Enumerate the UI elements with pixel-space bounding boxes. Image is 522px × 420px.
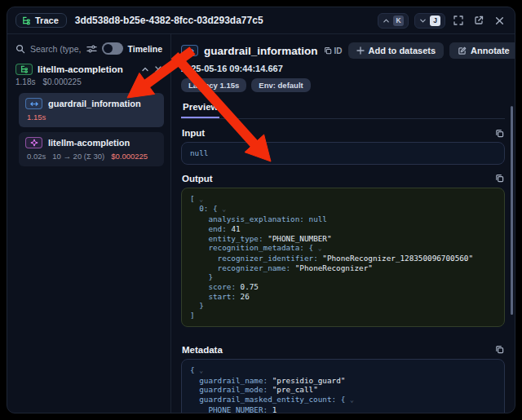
close-icon: [495, 16, 504, 25]
close-button[interactable]: [492, 13, 507, 28]
span-type-icon: [181, 45, 198, 56]
tree-item-name: litellm-acompletion: [48, 138, 130, 148]
metadata-json-viewer[interactable]: { ⌄guardrail_name: "presidio_guard"guard…: [181, 359, 505, 413]
root-latency: 1.18s: [15, 77, 35, 86]
input-json-viewer[interactable]: null: [181, 142, 505, 165]
trace-type-label: Trace: [35, 15, 59, 25]
generation-type-icon: [25, 137, 42, 148]
tree-root-name: litellm-acompletion: [38, 64, 136, 74]
metadata-section: Metadata { ⌄guardrail_name: "presidio_gu…: [181, 343, 505, 413]
expand-all-icon[interactable]: [154, 65, 162, 73]
input-section-label: Input: [182, 128, 205, 138]
annotate-pencil-icon: [458, 46, 467, 55]
span-type-icon: [25, 98, 42, 109]
latency-badge: Latency 1.15s: [181, 78, 246, 92]
tree-root-row[interactable]: litellm-acompletion: [14, 61, 164, 75]
id-label: ID: [334, 46, 343, 55]
copy-icon[interactable]: [495, 129, 504, 138]
trace-id: 3dd538d8-b25e-4382-8fcc-03d293da77c5: [75, 15, 263, 26]
tree-item-name: guardrail_information: [48, 99, 141, 108]
trace-node-icon: [15, 64, 33, 75]
expand-icon: [453, 15, 463, 25]
tab-preview[interactable]: Preview: [181, 99, 219, 118]
expand-fullscreen-button[interactable]: [451, 13, 466, 28]
trace-type-badge: Trace: [15, 13, 67, 28]
page-title: guardrail_information: [204, 45, 318, 57]
copy-icon: [324, 46, 332, 55]
top-bar: Trace 3dd538d8-b25e-4382-8fcc-03d293da77…: [7, 7, 515, 34]
plus-icon: [356, 46, 365, 55]
item-latency: 0.02s: [27, 152, 46, 161]
shortcut-key-k: K: [393, 15, 404, 26]
shortcut-key-j: J: [430, 15, 440, 26]
navigate-up-button[interactable]: K: [378, 13, 409, 29]
item-latency: 1.15s: [27, 113, 46, 122]
navigate-down-button[interactable]: J: [414, 13, 445, 29]
chevron-up-icon: [383, 17, 390, 24]
external-link-icon: [474, 15, 484, 25]
observation-detail-panel: guardrail_information ID Add to datasets: [171, 34, 515, 413]
observation-timestamp: 2025-05-16 09:44:14.667: [181, 64, 505, 73]
collapse-node-icon[interactable]: [141, 65, 149, 73]
output-section-label: Output: [182, 174, 213, 183]
environment-badge: Env: default: [251, 78, 310, 92]
detail-tabs: Preview: [181, 99, 505, 119]
timeline-toggle[interactable]: [102, 42, 123, 55]
search-input[interactable]: [30, 44, 82, 54]
chevron-down-icon: [419, 17, 427, 24]
root-cost: $0.000225: [42, 77, 81, 86]
annotate-split-button: Annotate: [449, 42, 515, 59]
copy-icon[interactable]: [495, 345, 504, 354]
tree-root-metrics: 1.18s $0.000225: [14, 75, 164, 91]
copy-icon[interactable]: [495, 174, 504, 183]
trace-peek-window: Trace 3dd538d8-b25e-4382-8fcc-03d293da77…: [7, 7, 515, 413]
tree-item-litellm-acompletion[interactable]: litellm-acompletion 0.02s 10 → 20 (Σ 30)…: [19, 132, 164, 166]
metadata-section-label: Metadata: [182, 345, 223, 355]
input-section: Input null: [181, 126, 505, 165]
search-icon: [15, 44, 25, 54]
filter-sliders-icon[interactable]: [86, 44, 97, 54]
trace-tree-icon: [22, 16, 31, 25]
tree-item-guardrail-information[interactable]: guardrail_information 1.15s: [19, 93, 164, 127]
trace-tree-sidebar: Timeline litellm-acompletion 1.18s $0.00…: [7, 34, 171, 413]
annotate-button[interactable]: Annotate: [449, 42, 515, 59]
output-section: Output [ ⌄0: { ⌄analysis_explanation: nu…: [181, 172, 505, 327]
add-to-datasets-button[interactable]: Add to datasets: [348, 42, 445, 59]
timeline-toggle-label: Timeline: [128, 44, 162, 54]
open-in-new-button[interactable]: [471, 13, 486, 28]
copy-id-button[interactable]: ID: [324, 46, 343, 55]
vertical-scrollbar[interactable]: [511, 106, 513, 315]
item-cost: $0.000225: [111, 152, 148, 161]
item-token-usage: 10 → 20 (Σ 30): [52, 152, 104, 161]
output-json-viewer[interactable]: [ ⌄0: { ⌄analysis_explanation: nullend: …: [181, 188, 505, 327]
